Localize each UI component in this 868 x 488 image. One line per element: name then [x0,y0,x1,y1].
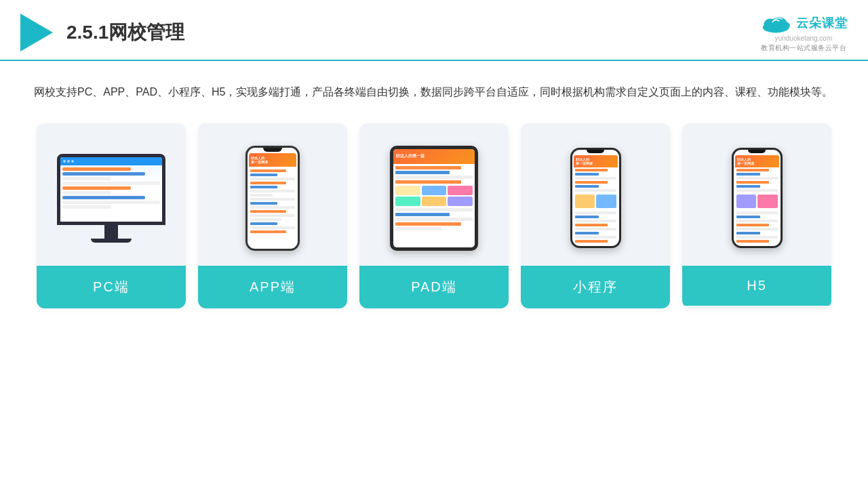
card-miniprogram: 职达人的第一堂网课 [521,123,670,308]
card-h5: 职达人的第一堂网课 [682,123,831,308]
card-h5-image: 职达人的第一堂网课 [682,123,831,266]
pc-mockup [57,154,165,243]
card-pc-label: PC端 [37,266,186,308]
brand-logo: 云朵课堂 yunduoketang.com 教育机构一站式服务云平台 [760,12,848,53]
miniprogram-mockup: 职达人的第一堂网课 [570,148,621,248]
header: 2.5.1网校管理 云朵课堂 yunduoketang.com 教育机构一站式服… [0,0,868,61]
card-app-label: APP端 [198,266,347,308]
card-app-image: 职达人的第一堂网课 [198,123,347,266]
card-pad-label: PAD端 [359,266,509,308]
page-title: 2.5.1网校管理 [66,20,184,45]
card-miniprogram-label: 小程序 [521,266,670,308]
app-mockup: 职达人的第一堂网课 [245,146,300,251]
cloud-icon [760,12,792,34]
cloud-logo-container: 云朵课堂 [760,12,848,34]
play-icon [20,14,53,52]
main-content: 网校支持PC、APP、PAD、小程序、H5，实现多端打通，产品各终端自由切换，数… [0,61,868,322]
card-miniprogram-image: 职达人的第一堂网课 [521,123,670,266]
logo-url: yunduoketang.com [775,35,833,42]
card-pad: 职达人的第一堂 [359,123,509,308]
card-pc-image [37,123,186,266]
card-pc: PC端 [37,123,186,308]
description-text: 网校支持PC、APP、PAD、小程序、H5，实现多端打通，产品各终端自由切换，数… [34,81,834,103]
card-h5-label: H5 [682,266,831,306]
header-left: 2.5.1网校管理 [20,14,184,52]
pad-mockup: 职达人的第一堂 [390,146,478,251]
logo-subtitle: 教育机构一站式服务云平台 [761,43,846,53]
platform-cards: PC端 职达人的第一堂网课 [34,123,834,308]
card-app: 职达人的第一堂网课 [198,123,347,308]
h5-mockup: 职达人的第一堂网课 [732,148,783,248]
card-pad-image: 职达人的第一堂 [359,123,509,266]
logo-text: 云朵课堂 [796,15,848,31]
svg-point-3 [779,22,790,30]
